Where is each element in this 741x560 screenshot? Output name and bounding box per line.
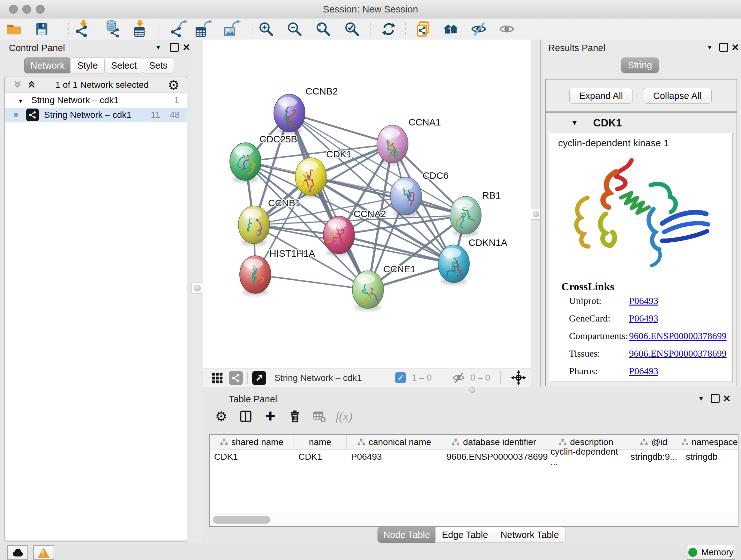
zoom-in-button[interactable]	[257, 20, 275, 38]
selected-counts: 1 – 0	[412, 373, 431, 383]
network-node-RB1[interactable]: RB1	[450, 190, 501, 236]
right-splitter[interactable]	[531, 40, 540, 387]
left-splitter[interactable]	[191, 40, 203, 543]
column-header-id[interactable]: @id	[626, 435, 681, 449]
warnings-button[interactable]	[33, 545, 54, 560]
memory-button[interactable]: Memory	[687, 545, 735, 560]
gear-icon[interactable]	[167, 77, 180, 93]
splitter-handle[interactable]	[192, 282, 203, 294]
network-edge-HIST1H1A-CCNE1[interactable]	[255, 274, 368, 290]
show-all-button[interactable]	[498, 20, 516, 38]
tab-edge-table[interactable]: Edge Table	[435, 527, 495, 543]
expand-all-chevrons-icon[interactable]	[27, 80, 37, 90]
tab-sets[interactable]: Sets	[143, 57, 174, 73]
delete-column-button[interactable]	[286, 408, 304, 425]
refresh-view-button[interactable]	[380, 20, 398, 38]
column-header-database-identifier[interactable]: database identifier	[442, 435, 546, 449]
tab-network[interactable]: Network	[24, 57, 71, 73]
network-collection-row[interactable]: String Network – cdk1 1	[5, 93, 187, 108]
network-graph[interactable]: CCNB2CCNA1CDC25BCDK1CDC6RB1CCNB1CCNA2CDK…	[203, 40, 531, 368]
cell-database-identifier[interactable]: 9606.ENSP00000378699	[442, 449, 546, 464]
tab-select[interactable]: Select	[105, 57, 143, 73]
save-session-button[interactable]	[33, 20, 51, 38]
horizontal-splitter[interactable]	[203, 387, 741, 393]
show-columns-button[interactable]	[237, 408, 255, 425]
crosslink-link[interactable]: P06493	[629, 295, 658, 306]
network-row[interactable]: String Network – cdk1 11 48	[5, 108, 187, 122]
cell-canonical-name[interactable]: P06493	[347, 449, 442, 464]
network-node-CCNB1[interactable]: CCNB1	[239, 198, 300, 246]
crosslink-link[interactable]: 9606.ENSP00000378699	[629, 330, 727, 341]
network-canvas[interactable]: CCNB2CCNA1CDC25BCDK1CDC6RB1CCNB1CCNA2CDK…	[203, 40, 531, 368]
table-panel-menu-button[interactable]	[695, 393, 707, 404]
cell-namespace[interactable]: stringdb	[681, 449, 738, 464]
import-network-database-button[interactable]	[104, 20, 122, 38]
results-panel-float-button[interactable]	[718, 42, 730, 53]
column-header-canonical-name[interactable]: canonical name	[347, 435, 442, 449]
network-node-CCNA1[interactable]: CCNA1	[377, 117, 441, 165]
gene-section-header[interactable]: CDK1	[546, 113, 737, 133]
import-table-file-button[interactable]	[131, 20, 149, 38]
cell-id[interactable]: stringdb:9...	[626, 449, 681, 464]
expand-all-button[interactable]: Expand All	[569, 88, 633, 104]
splitter-handle[interactable]	[469, 387, 475, 393]
crosslink-link[interactable]: 9606.ENSP00000378699	[629, 348, 727, 359]
protein-structure-image	[558, 152, 724, 276]
refresh-icon	[382, 22, 396, 36]
cell-name[interactable]: CDK1	[294, 449, 347, 464]
column-header-name[interactable]: name	[294, 435, 347, 449]
tab-string[interactable]: String	[621, 57, 659, 73]
network-node-CCNE1[interactable]: CCNE1	[352, 264, 416, 311]
table-settings-button[interactable]	[212, 408, 230, 425]
network-edge-CCNB2-CCNA1[interactable]	[289, 113, 393, 144]
add-column-button[interactable]	[261, 408, 279, 425]
cloud-status-button[interactable]	[7, 545, 28, 560]
caret-down-icon[interactable]	[17, 95, 23, 105]
scrollbar-thumb[interactable]	[213, 516, 270, 523]
hide-selected-button[interactable]	[470, 20, 488, 38]
network-node-HIST1H1A[interactable]: HIST1H1A	[240, 248, 315, 296]
export-image-button[interactable]	[222, 20, 240, 38]
import-network-file-button[interactable]	[74, 20, 92, 38]
string-view-badge-icon[interactable]	[229, 371, 243, 385]
first-neighbors-button[interactable]	[442, 20, 460, 38]
selected-checkbox-icon[interactable]	[395, 372, 406, 383]
clone-network-button[interactable]	[414, 20, 432, 38]
tab-style[interactable]: Style	[70, 57, 105, 73]
collapse-all-button[interactable]: Collapse All	[643, 88, 712, 104]
export-network-button[interactable]	[170, 20, 187, 38]
zoom-fit-button[interactable]	[314, 20, 332, 38]
horizontal-scrollbar[interactable]	[210, 513, 738, 526]
column-label: name	[309, 437, 331, 447]
crosslink-link[interactable]: P06493	[629, 366, 658, 376]
network-node-CCNB2[interactable]: CCNB2	[274, 86, 338, 134]
control-panel-menu-button[interactable]	[152, 42, 164, 53]
cell-shared-name[interactable]: CDK1	[210, 449, 294, 464]
crosslink-link[interactable]: P06493	[629, 313, 658, 324]
gene-description: cyclin-dependent kinase 1	[558, 138, 669, 148]
network-node-CDKN1A[interactable]: CDKN1A	[438, 237, 508, 285]
table-panel-float-button[interactable]	[710, 393, 721, 404]
zoom-out-button[interactable]	[286, 20, 304, 38]
grid-view-icon[interactable]	[211, 372, 224, 384]
open-session-button[interactable]	[5, 20, 23, 38]
tab-network-table[interactable]: Network Table	[494, 527, 565, 543]
cell-description[interactable]: cyclin-dependent ...	[546, 449, 626, 464]
column-header-namespace[interactable]: namespace	[681, 435, 738, 449]
export-table-button[interactable]	[194, 20, 212, 38]
table-panel-close-button[interactable]	[721, 393, 732, 404]
caret-down-icon[interactable]	[571, 119, 578, 127]
results-panel-close-button[interactable]	[730, 42, 741, 53]
crosshair-move-icon[interactable]	[511, 370, 526, 385]
zoom-selected-button[interactable]	[343, 20, 361, 38]
results-panel-menu-button[interactable]	[704, 42, 716, 53]
open-in-new-icon[interactable]	[252, 371, 266, 385]
tab-label: String	[628, 60, 652, 71]
tab-node-table[interactable]: Node Table	[378, 527, 436, 543]
network-edge-CCNB2-CCNE1[interactable]	[289, 113, 368, 290]
control-panel-float-button[interactable]	[169, 42, 180, 53]
table-row[interactable]: CDK1 CDK1 P06493 9606.ENSP00000378699 cy…	[210, 449, 738, 464]
network-node-CDC6[interactable]: CDC6	[390, 170, 449, 217]
collapse-all-chevrons-icon[interactable]	[13, 80, 22, 90]
column-header-shared-name[interactable]: shared name	[210, 435, 294, 449]
